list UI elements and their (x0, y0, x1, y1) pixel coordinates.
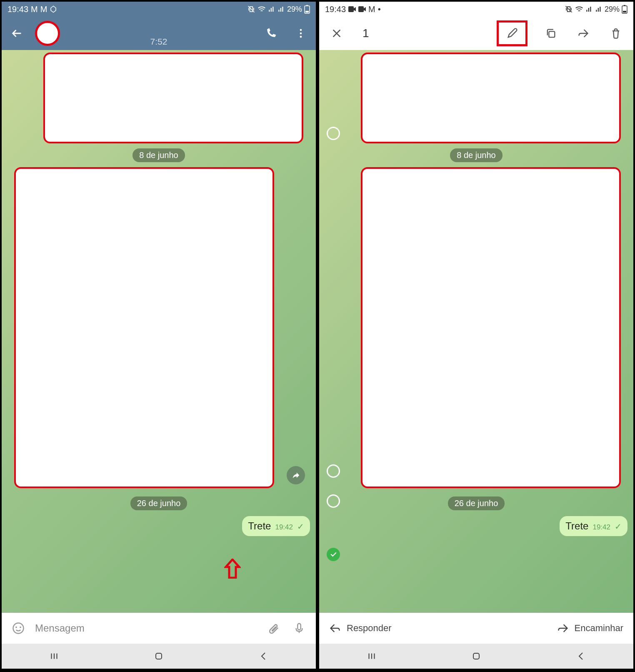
status-time: 19:43 (325, 5, 346, 14)
status-video-icon (358, 6, 366, 12)
redacted-message (43, 53, 303, 143)
status-m-icon: M (368, 5, 375, 14)
selection-count: 1 (362, 27, 369, 40)
redacted-message (14, 167, 274, 488)
svg-point-4 (300, 33, 302, 35)
status-time: 19:43 (8, 5, 28, 14)
signal-icon (585, 5, 593, 13)
vibrate-icon (565, 5, 573, 13)
vibrate-icon (247, 5, 255, 13)
date-separator: 26 de junho (130, 496, 188, 510)
svg-point-6 (13, 623, 24, 634)
nav-recent[interactable] (45, 647, 63, 665)
check-icon: ✓ (297, 522, 304, 532)
battery-percent: 29% (605, 5, 620, 14)
svg-rect-10 (156, 653, 162, 659)
forward-label: Encaminhar (575, 623, 623, 634)
svg-rect-14 (624, 5, 625, 6)
status-m-icon: M (31, 5, 38, 14)
signal-icon (268, 5, 275, 13)
select-circle[interactable] (327, 127, 340, 140)
signal-icon (595, 5, 602, 13)
message-text: Trete (248, 520, 271, 532)
nav-bar (2, 644, 316, 669)
svg-rect-15 (623, 11, 626, 13)
svg-rect-11 (348, 6, 354, 12)
edit-button[interactable] (503, 24, 521, 43)
delete-button[interactable] (607, 24, 625, 43)
date-separator: 8 de junho (132, 148, 185, 162)
wifi-icon (575, 5, 583, 13)
message-time: 19:42 (275, 523, 293, 532)
reply-button[interactable]: Responder (329, 622, 392, 634)
message-input[interactable]: Mensagem (35, 622, 257, 634)
last-seen-time: 7:52 (150, 37, 168, 47)
svg-rect-16 (549, 31, 555, 37)
svg-point-5 (300, 36, 302, 38)
back-button[interactable] (8, 24, 26, 43)
nav-bar (319, 644, 633, 669)
chat-area[interactable]: 8 de junho 26 de junho Trete 19:42 ✓ (2, 50, 316, 613)
emoji-button[interactable] (9, 619, 28, 637)
chat-area[interactable]: 8 de junho 26 de junho Trete 19:42 ✓ (319, 50, 633, 613)
more-button[interactable] (292, 24, 310, 43)
phone-right: 19:43 M • 29% (319, 2, 633, 669)
svg-rect-1 (306, 5, 308, 6)
svg-rect-2 (305, 11, 309, 13)
annotation-arrow-icon (224, 559, 241, 579)
forward-icon[interactable] (287, 466, 305, 484)
status-bar: 19:43 M M 29% (2, 2, 316, 17)
wifi-icon (258, 5, 266, 13)
date-separator: 26 de junho (448, 496, 505, 510)
select-circle[interactable] (327, 464, 340, 478)
call-button[interactable] (262, 24, 280, 43)
nav-home[interactable] (150, 647, 168, 665)
chat-header: 7:52 (2, 17, 316, 50)
signal-icon (278, 5, 285, 13)
copy-button[interactable] (542, 24, 560, 43)
message-text: Trete (565, 520, 588, 532)
selection-action-bar: Responder Encaminhar (319, 613, 633, 644)
attach-button[interactable] (264, 619, 282, 637)
message-input-bar: Mensagem (2, 613, 316, 644)
nav-back[interactable] (254, 647, 272, 665)
outgoing-message[interactable]: Trete 19:42 ✓ (242, 516, 310, 536)
status-notification-icon (50, 5, 57, 13)
check-icon: ✓ (615, 522, 622, 532)
status-video-icon (348, 6, 356, 12)
outgoing-message[interactable]: Trete 19:42 ✓ (560, 516, 628, 536)
status-m-icon: M (40, 5, 48, 14)
forward-action-button[interactable]: Encaminhar (557, 622, 623, 634)
status-dot-icon: • (378, 5, 381, 14)
phone-left: 19:43 M M 29% (2, 2, 316, 669)
svg-rect-9 (298, 624, 301, 630)
edit-button-highlight (497, 20, 528, 46)
close-button[interactable] (328, 24, 346, 43)
redacted-message (361, 167, 621, 488)
mic-button[interactable] (290, 619, 308, 637)
svg-point-8 (20, 627, 21, 628)
svg-rect-12 (358, 6, 364, 12)
reply-label: Responder (347, 623, 392, 634)
svg-rect-17 (473, 653, 479, 659)
battery-icon (622, 5, 628, 14)
svg-point-7 (15, 627, 17, 628)
battery-icon (304, 5, 310, 14)
svg-point-3 (300, 29, 302, 31)
selection-header: 1 (319, 17, 633, 50)
avatar[interactable] (35, 21, 60, 46)
battery-percent: 29% (287, 5, 302, 14)
status-bar: 19:43 M • 29% (319, 2, 633, 17)
nav-home[interactable] (467, 647, 485, 665)
nav-back[interactable] (572, 647, 590, 665)
forward-button[interactable] (574, 24, 592, 43)
message-time: 19:42 (592, 523, 610, 532)
redacted-message (361, 53, 621, 143)
select-circle[interactable] (327, 494, 340, 508)
select-circle-checked[interactable] (327, 548, 340, 561)
nav-recent[interactable] (362, 647, 381, 665)
date-separator: 8 de junho (450, 148, 502, 162)
